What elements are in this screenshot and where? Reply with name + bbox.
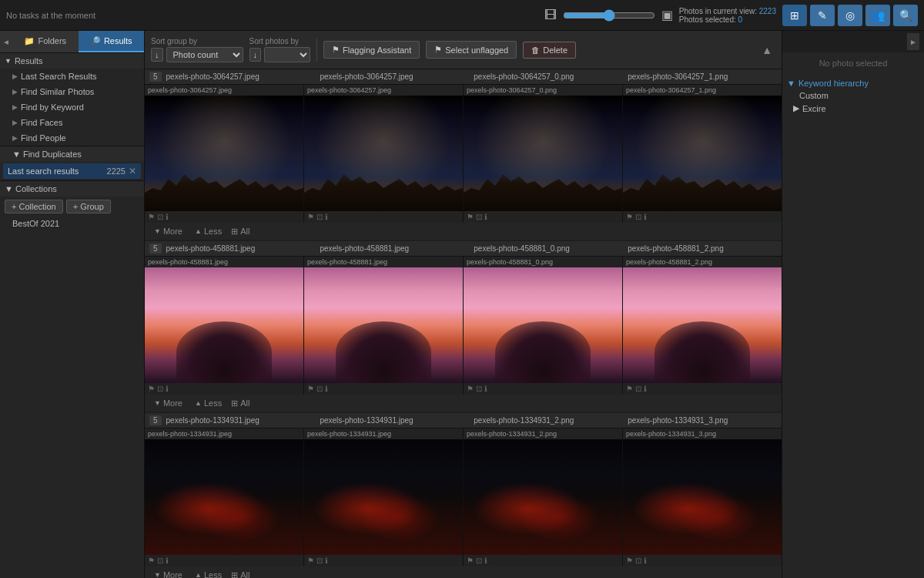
find-similar-item[interactable]: ▶ Find Similar Photos <box>0 84 144 99</box>
flag-ctrl-icon[interactable]: ⚑ <box>148 213 155 221</box>
info-ctrl-icon-2[interactable]: ℹ <box>325 213 328 221</box>
add-group-btn[interactable]: + Group <box>66 200 111 213</box>
info-ctrl-3-3[interactable]: ℹ <box>484 556 487 565</box>
flag-ctrl-2-2[interactable]: ⚑ <box>307 385 314 393</box>
all-btn-2[interactable]: ⊞ All <box>231 398 249 408</box>
info-ctrl-3-1[interactable]: ℹ <box>166 556 169 565</box>
keyword-excire-item[interactable]: ▶ Excire <box>787 102 919 115</box>
sort-photos-dir-btn[interactable]: ↓ <box>249 48 262 62</box>
info-ctrl-2-1[interactable]: ℹ <box>166 385 169 393</box>
photo-cell-3-2[interactable]: pexels-photo-1334931.jpeg ⚑ ⊡ ℹ <box>304 428 463 566</box>
compare-ctrl-icon-3[interactable]: ⊡ <box>476 213 482 221</box>
compare-ctrl-3-2[interactable]: ⊡ <box>316 556 323 565</box>
photo-cell-2-1[interactable]: pexels-photo-458881.jpeg ⚑ ⊡ ℹ <box>145 257 303 395</box>
add-collection-btn[interactable]: + Collection <box>5 200 63 213</box>
find-keyword-item[interactable]: ▶ Find by Keyword <box>0 99 144 115</box>
select-unflagged-btn[interactable]: ⚑ Select unflagged <box>426 41 517 59</box>
flag-ctrl-icon-3[interactable]: ⚑ <box>467 213 474 221</box>
compare-ctrl-icon-2[interactable]: ⊡ <box>316 213 323 221</box>
compare-ctrl-2-1[interactable]: ⊡ <box>157 385 163 393</box>
keyword-hierarchy-header[interactable]: ▼ Keyword hierarchy <box>787 77 919 89</box>
less-btn-1[interactable]: ▲ Less <box>192 225 225 237</box>
city-thumb-1 <box>145 439 303 555</box>
flag-ctrl-2-1[interactable]: ⚑ <box>148 385 155 393</box>
compare-ctrl-3-1[interactable]: ⊡ <box>157 556 163 565</box>
photo-ctrl-left-2-3: ⚑ ⊡ ℹ <box>467 385 487 393</box>
space-thumb-2 <box>304 96 463 211</box>
all-btn-1[interactable]: ⊞ All <box>231 227 249 237</box>
more-btn-1[interactable]: ▼ More <box>151 225 186 237</box>
compare-ctrl-3-3[interactable]: ⊡ <box>476 556 482 565</box>
zoom-slider[interactable] <box>563 9 655 22</box>
sort-group-select[interactable]: Photo count <box>166 47 243 62</box>
all-btn-3[interactable]: ⊞ All <box>231 570 249 579</box>
collections-header[interactable]: ▼ Collections <box>0 180 144 197</box>
view-icon-btn-1[interactable]: ⊞ <box>782 5 807 26</box>
results-section-header[interactable]: ▼ Results <box>0 52 144 69</box>
flag-ctrl-2-3[interactable]: ⚑ <box>467 385 474 393</box>
flag-ctrl-3-3[interactable]: ⚑ <box>467 556 474 565</box>
info-ctrl-2-2[interactable]: ℹ <box>325 385 328 393</box>
photo-thumb-3-3 <box>464 439 622 555</box>
find-people-item[interactable]: ▶ Find People <box>0 130 144 146</box>
less-btn-2[interactable]: ▲ Less <box>192 397 225 409</box>
view-icon-btn-5[interactable]: 🔍 <box>893 5 918 26</box>
photo-cell-3-4[interactable]: pexels-photo-1334931_3.png ⚑ ⊡ ℹ <box>623 428 782 566</box>
info-ctrl-icon[interactable]: ℹ <box>166 213 169 221</box>
flag-ctrl-2-4[interactable]: ⚑ <box>626 385 633 393</box>
find-faces-item[interactable]: ▶ Find Faces <box>0 115 144 130</box>
collection-item-bestof2021[interactable]: BestOf 2021 <box>0 217 144 230</box>
compare-ctrl-icon[interactable]: ⊡ <box>157 213 163 221</box>
photo-cell-3-1[interactable]: pexels-photo-1334931.jpeg ⚑ ⊡ ℹ <box>145 428 303 566</box>
compare-ctrl-2-2[interactable]: ⊡ <box>316 385 323 393</box>
photo-cell-1-1[interactable]: pexels-photo-3064257.jpeg ⚑ ⊡ ℹ <box>145 85 303 223</box>
info-ctrl-2-4[interactable]: ℹ <box>644 385 647 393</box>
right-panel-collapse-btn[interactable]: ► <box>907 33 919 50</box>
group-1-filename2: pexels-photo-3064257.jpeg <box>320 72 469 81</box>
expand-collapse-btn[interactable]: ▲ <box>758 42 775 58</box>
photo-cell-2-2[interactable]: pexels-photo-458881.jpeg ⚑ ⊡ ℹ <box>304 257 463 395</box>
photo-cell-2-4[interactable]: pexels-photo-458881_2.png ⚑ ⊡ ℹ <box>623 257 782 395</box>
view-icon-btn-4[interactable]: 👥 <box>865 5 890 26</box>
compare-ctrl-2-3[interactable]: ⊡ <box>476 385 482 393</box>
photo-cell-1-3[interactable]: pexels-photo-3064257_0.png ⚑ ⊡ ℹ <box>464 85 622 223</box>
flag-ctrl-icon-4[interactable]: ⚑ <box>626 213 633 221</box>
last-search-results-item[interactable]: ▶ Last Search Results <box>0 69 144 84</box>
sort-group-dir-btn[interactable]: ↓ <box>151 48 163 62</box>
search-result-close-btn[interactable]: ✕ <box>129 166 136 176</box>
more-btn-3[interactable]: ▼ More <box>151 569 186 578</box>
info-ctrl-2-3[interactable]: ℹ <box>484 385 487 393</box>
photo-cell-1-4[interactable]: pexels-photo-3064257_1.png ⚑ ⊡ ℹ <box>623 85 782 223</box>
view-icon-btn-2[interactable]: ✎ <box>810 5 835 26</box>
less-btn-3[interactable]: ▲ Less <box>192 569 225 578</box>
find-duplicates-item[interactable]: ▼ Find Duplicates <box>0 146 144 162</box>
folders-tab[interactable]: 📁 Folders <box>12 31 79 52</box>
photo-cell-1-2[interactable]: pexels-photo-3064257.jpeg ⚑ ⊡ ℹ <box>304 85 463 223</box>
flagging-assistant-btn[interactable]: ⚑ Flagging Assistant <box>323 41 420 59</box>
sort-photos-select[interactable] <box>264 47 310 62</box>
flag-ctrl-icon-2[interactable]: ⚑ <box>307 213 314 221</box>
compare-ctrl-icon-4[interactable]: ⊡ <box>635 213 641 221</box>
film-icon: 🎞 <box>544 8 557 22</box>
more-btn-2[interactable]: ▼ More <box>151 397 186 409</box>
compare-ctrl-2-4[interactable]: ⊡ <box>635 385 641 393</box>
delete-btn[interactable]: 🗑 Delete <box>523 42 576 59</box>
view-icon-btn-3[interactable]: ◎ <box>838 5 862 26</box>
photo-cell-3-3[interactable]: pexels-photo-1334931_2.png ⚑ ⊡ ℹ <box>464 428 622 566</box>
flag-ctrl-3-4[interactable]: ⚑ <box>626 556 633 565</box>
info-ctrl-icon-4[interactable]: ℹ <box>644 213 647 221</box>
last-search-arrow: ▶ <box>12 72 18 80</box>
results-tab[interactable]: 🔎 Results <box>79 31 145 52</box>
info-ctrl-3-4[interactable]: ℹ <box>644 556 647 565</box>
info-ctrl-icon-3[interactable]: ℹ <box>484 213 487 221</box>
info-ctrl-3-2[interactable]: ℹ <box>325 556 328 565</box>
excire-arrow: ▶ <box>793 103 799 113</box>
keyword-custom-item[interactable]: Custom <box>787 89 919 102</box>
group-1-filename3: pexels-photo-3064257_0.png <box>474 72 623 81</box>
photos-selected: Photos selected: 0 <box>679 15 776 24</box>
flag-ctrl-3-1[interactable]: ⚑ <box>148 556 155 565</box>
photo-cell-2-3[interactable]: pexels-photo-458881_0.png ⚑ ⊡ ℹ <box>464 257 622 395</box>
sidebar-back-btn[interactable]: ◄ <box>0 31 12 52</box>
flag-ctrl-3-2[interactable]: ⚑ <box>307 556 314 565</box>
compare-ctrl-3-4[interactable]: ⊡ <box>635 556 641 565</box>
